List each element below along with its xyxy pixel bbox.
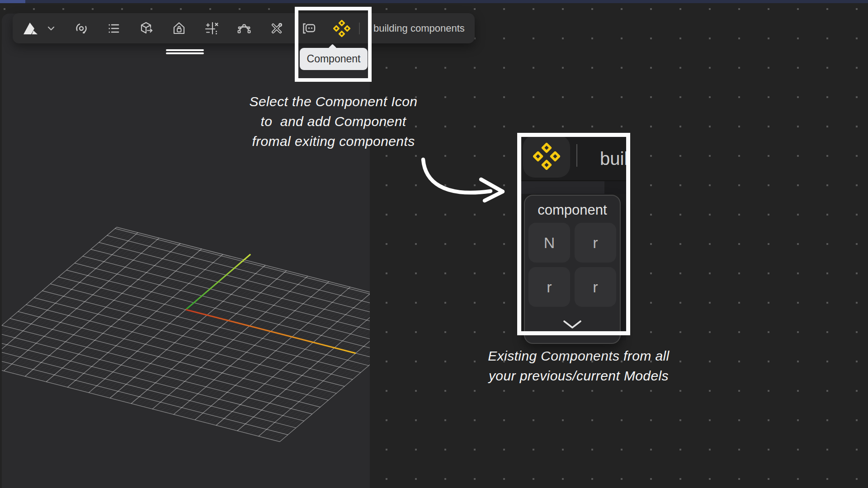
app-background: building components Component Select the…: [0, 0, 868, 488]
cube-export-icon: [139, 21, 154, 36]
component-tooltip-label: Component: [307, 53, 361, 65]
annotation-existing-components: Existing Components from all your previo…: [452, 346, 705, 386]
viewport-3d[interactable]: [2, 14, 370, 488]
component-dropdown: component N r r r: [524, 195, 621, 344]
pen-bezier-icon: [236, 21, 252, 36]
pencils-cross-button[interactable]: [267, 19, 287, 38]
curved-arrow: [414, 153, 511, 207]
zoom-project-title-clipped: buil: [600, 137, 626, 180]
orbit-button[interactable]: [71, 19, 91, 38]
app-logo-button[interactable]: [20, 19, 41, 38]
chevron-down-icon: [561, 319, 583, 329]
layers-list-button[interactable]: [104, 19, 124, 38]
home-lock-button[interactable]: [169, 19, 189, 38]
zoom-strip-right: [604, 181, 626, 194]
component-icon-large: [533, 143, 560, 170]
zoom-component-chip: [523, 137, 570, 178]
toolbar-separator: [359, 23, 360, 34]
component-icon: [333, 20, 350, 37]
cube-export-button[interactable]: [137, 19, 156, 38]
component-tooltip: Component: [300, 48, 368, 70]
math-operators-button[interactable]: [202, 19, 222, 38]
drag-handle-line[interactable]: [166, 52, 204, 54]
component-thumbnails-grid: N r r r: [528, 223, 616, 307]
pen-bezier-button[interactable]: [234, 19, 254, 38]
component-thumbnail: N: [528, 223, 570, 263]
component-button[interactable]: [332, 19, 352, 38]
zoom-strip: [521, 180, 626, 194]
component-thumbnail: r: [575, 267, 616, 307]
home-lock-icon: [171, 21, 187, 36]
comment-button[interactable]: [299, 19, 319, 38]
comment-icon: [302, 21, 317, 36]
orbit-icon: [74, 21, 89, 36]
component-thumbnail: r: [575, 223, 616, 263]
annotation-select-component: Select the Component Icon to and add Com…: [228, 92, 439, 151]
drag-handle-line[interactable]: [166, 49, 204, 51]
ground-grid: [2, 14, 370, 488]
component-dropdown-title: component: [525, 202, 620, 218]
list-icon: [106, 21, 122, 36]
zoom-toolbar-separator: [576, 144, 577, 167]
chevron-down-icon[interactable]: [47, 26, 55, 31]
math-operators-icon: [204, 21, 219, 36]
zoomed-callout-panel: buil component N r r r: [517, 133, 630, 335]
project-title: building components: [373, 23, 465, 34]
component-thumbnail: r: [528, 267, 570, 307]
zoom-toolbar-fragment: buil: [521, 137, 626, 180]
app-logo-icon: [21, 21, 39, 36]
main-toolbar: building components: [13, 13, 475, 43]
pencils-cross-icon: [269, 21, 284, 36]
window-top-accent: [0, 0, 868, 3]
